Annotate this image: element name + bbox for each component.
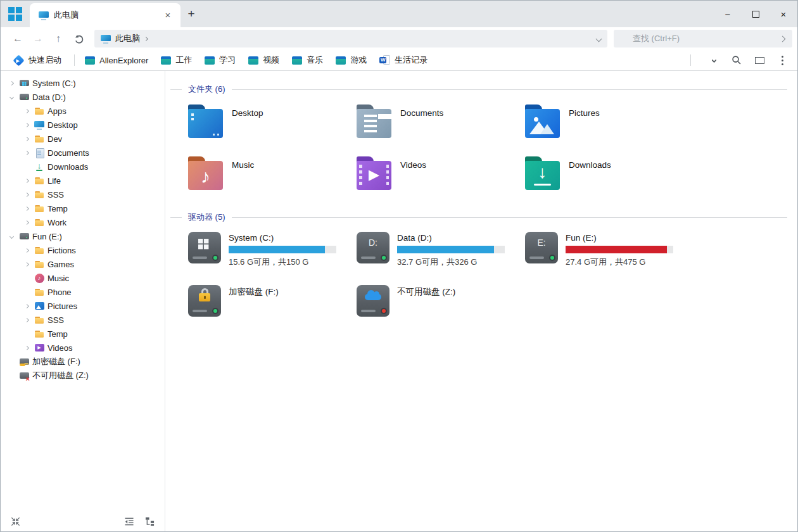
drive-tile-data-d[interactable]: D: Data (D:) 32.7 G可用，共326 G: [357, 232, 525, 272]
sidebar-item-sss-d[interactable]: SSS: [1, 187, 165, 201]
minimize-button[interactable]: −: [714, 1, 742, 27]
chevron-down-icon[interactable]: [7, 232, 16, 241]
sidebar-item-music[interactable]: Music: [1, 271, 165, 285]
address-dropdown-icon[interactable]: [596, 35, 602, 42]
drive-name: Fun (E:): [566, 233, 673, 243]
toolbar-item-video[interactable]: 视频: [247, 54, 281, 66]
chevron-right-icon[interactable]: [22, 148, 31, 157]
chevron-right-icon[interactable]: [22, 343, 31, 352]
sidebar-item-label: Desktop: [48, 120, 78, 130]
sidebar-item-documents[interactable]: Documents: [1, 146, 165, 160]
drive-lock-icon: [19, 357, 29, 367]
chevron-right-icon[interactable]: [22, 120, 31, 129]
chevron-right-icon[interactable]: [22, 134, 31, 143]
close-button[interactable]: ×: [770, 1, 797, 27]
sidebar-item-system-c[interactable]: System (C:): [1, 76, 165, 90]
sidebar-item-label: Life: [48, 176, 61, 186]
sidebar-item-encrypted-f[interactable]: 加密磁盘 (F:): [1, 355, 165, 369]
toolbar-item-music[interactable]: 音乐: [291, 54, 324, 66]
sidebar-item-games[interactable]: Games: [1, 257, 165, 271]
sidebar-item-unavailable-z[interactable]: 不可用磁盘 (Z:): [1, 369, 165, 383]
sidebar-item-videos[interactable]: Videos: [1, 341, 165, 355]
sidebar-item-life[interactable]: Life: [1, 174, 165, 187]
tab-close-icon[interactable]: ×: [162, 9, 174, 22]
drive-capacity: 32.7 G可用，共326 G: [397, 256, 505, 268]
collapse-all-button[interactable]: [11, 517, 20, 526]
drive-tile-system-c[interactable]: System (C:) 15.6 G可用，共150 G: [188, 232, 357, 272]
folders-section-header[interactable]: 文件夹 (6): [188, 84, 787, 95]
chevron-right-icon[interactable]: [22, 246, 31, 255]
sidebar-item-label: Fictions: [48, 246, 76, 255]
chevron-right-icon[interactable]: [22, 315, 31, 324]
sidebar-item-fun-e[interactable]: Fun (E:): [1, 229, 165, 243]
folder-icon: [292, 56, 302, 65]
up-button[interactable]: ↑: [49, 30, 68, 48]
search-input[interactable]: 查找 (Ctrl+F): [614, 30, 792, 48]
undo-button[interactable]: [69, 30, 88, 48]
maximize-button[interactable]: [742, 1, 770, 27]
sidebar-item-apps[interactable]: Apps: [1, 104, 165, 118]
word-document-icon: W: [379, 55, 390, 65]
sidebar-item-label: Work: [48, 218, 66, 227]
chevron-right-icon[interactable]: [22, 176, 31, 185]
forward-button[interactable]: →: [28, 30, 48, 48]
chevron-down-icon[interactable]: [7, 92, 16, 101]
sidebar-item-pictures[interactable]: Pictures: [1, 299, 165, 313]
drive-tile-fun-e[interactable]: E: Fun (E:) 27.4 G可用，共475 G: [525, 232, 694, 272]
folder-tile-pictures[interactable]: Pictures: [525, 104, 694, 143]
breadcrumb-location[interactable]: 此电脑: [115, 33, 140, 44]
folder-icon: [34, 329, 44, 339]
folder-icon: [34, 203, 44, 213]
folder-icon: [34, 106, 44, 116]
view-button[interactable]: [750, 52, 768, 68]
breadcrumb[interactable]: 此电脑: [94, 30, 607, 48]
more-options-button[interactable]: [773, 52, 791, 68]
sidebar-item-downloads[interactable]: Downloads: [1, 160, 165, 174]
tree-view-button[interactable]: [145, 517, 155, 526]
new-tab-button[interactable]: +: [180, 1, 202, 27]
sidebar-item-temp-d[interactable]: Temp: [1, 201, 165, 215]
expand-toolbar-button[interactable]: [705, 52, 723, 68]
drive-tile-unavailable-z[interactable]: 不可用磁盘 (Z:): [357, 285, 525, 326]
chevron-right-icon[interactable]: [22, 106, 31, 115]
collapse-indent-button[interactable]: [124, 517, 134, 526]
folder-tile-downloads[interactable]: ↓ Downloads: [525, 156, 694, 195]
back-button[interactable]: ←: [8, 30, 27, 48]
chevron-right-icon[interactable]: [22, 204, 31, 213]
search-expand-icon[interactable]: [780, 35, 786, 42]
toolbar-item-allenexplorer[interactable]: AllenExplorer: [84, 56, 149, 65]
toolbar-item-life-notes[interactable]: W 生活记录: [378, 54, 429, 66]
sidebar-item-phone[interactable]: Phone: [1, 285, 165, 299]
quick-launch-label: 快速启动: [28, 54, 61, 66]
folder-tile-desktop[interactable]: Desktop: [188, 104, 357, 143]
sidebar-item-temp-e[interactable]: Temp: [1, 327, 165, 341]
videos-folder-icon: ▶: [357, 156, 391, 190]
sidebar-item-fictions[interactable]: Fictions: [1, 243, 165, 257]
sidebar-item-work[interactable]: Work: [1, 215, 165, 229]
drive-tile-encrypted-f[interactable]: 加密磁盘 (F:): [188, 285, 357, 326]
toolbar-item-study[interactable]: 学习: [203, 54, 237, 66]
folder-tile-videos[interactable]: ▶ Videos: [357, 156, 525, 195]
app-logo-button[interactable]: [1, 1, 30, 27]
search-button[interactable]: [728, 52, 745, 68]
toolbar-item-work[interactable]: 工作: [160, 54, 193, 66]
folder-label: Videos: [400, 160, 426, 170]
quick-launch-button[interactable]: 快速启动: [12, 54, 63, 66]
toolbar-item-games[interactable]: 游戏: [334, 54, 368, 66]
desktop-folder-icon: [188, 104, 223, 138]
quick-launch-toolbar: 快速启动 AllenExplorer 工作 学习 视频 音乐 游戏 W 生活记录: [1, 50, 797, 71]
chevron-right-icon[interactable]: [22, 301, 31, 310]
sidebar-item-data-d[interactable]: Data (D:): [1, 90, 165, 104]
sidebar-item-dev[interactable]: Dev: [1, 132, 165, 146]
drives-section-header[interactable]: 驱动器 (5): [188, 212, 787, 223]
folder-tile-documents[interactable]: Documents: [357, 104, 525, 143]
chevron-right-icon[interactable]: [22, 260, 31, 269]
sidebar-item-desktop[interactable]: Desktop: [1, 118, 165, 132]
chevron-right-icon[interactable]: [22, 190, 31, 199]
drive-capacity: 27.4 G可用，共475 G: [566, 256, 673, 268]
tab-this-pc[interactable]: 此电脑 ×: [30, 3, 180, 27]
folder-tile-music[interactable]: ♪ Music: [188, 156, 357, 195]
chevron-right-icon[interactable]: [22, 218, 31, 227]
chevron-right-icon[interactable]: [7, 79, 16, 87]
sidebar-item-sss-e[interactable]: SSS: [1, 313, 165, 327]
